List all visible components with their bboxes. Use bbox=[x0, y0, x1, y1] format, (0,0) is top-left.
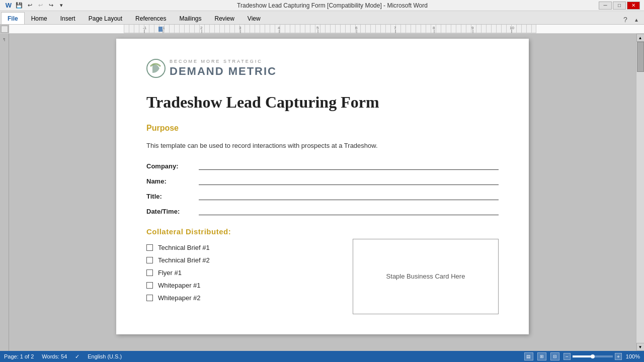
scroll-thumb[interactable] bbox=[637, 42, 644, 72]
collateral-list: Technical Brief #1 Technical Brief #2 Fl… bbox=[146, 244, 343, 314]
tab-page-layout[interactable]: Page Layout bbox=[82, 12, 129, 24]
svg-text:9: 9 bbox=[471, 26, 474, 30]
business-card-box: Staple Business Card Here bbox=[353, 239, 499, 314]
zoom-out-button[interactable]: − bbox=[564, 353, 571, 360]
item-label: Flyer #1 bbox=[158, 269, 182, 277]
undo-button[interactable]: ↩ bbox=[25, 1, 34, 10]
company-label: Company: bbox=[146, 162, 197, 170]
checkbox-flyer-1[interactable] bbox=[146, 269, 153, 276]
tab-file[interactable]: File bbox=[1, 12, 25, 24]
logo-name: Demand Metric bbox=[170, 65, 277, 78]
save-button[interactable]: 💾 bbox=[15, 1, 24, 10]
checkbox-whitepaper-1[interactable] bbox=[146, 282, 153, 289]
logo-icon bbox=[146, 59, 166, 78]
minimize-button[interactable]: ─ bbox=[599, 2, 612, 10]
page-info: Page: 1 of 2 bbox=[4, 353, 34, 359]
item-label: Technical Brief #1 bbox=[158, 244, 210, 251]
quick-access-toolbar: W 💾 ↩ ↩ ↪ ▾ bbox=[4, 1, 66, 10]
company-row: Company: bbox=[146, 161, 499, 170]
status-bar-right: ▤ ⊞ ⊟ − + 100% bbox=[524, 352, 640, 360]
list-item: Whitepaper #2 bbox=[146, 294, 343, 302]
logo-container: Become More Strategic Demand Metric bbox=[146, 59, 499, 78]
purpose-text: This template can be used to record inte… bbox=[146, 141, 499, 151]
list-item: Whitepaper #1 bbox=[146, 282, 343, 289]
scroll-up-button[interactable]: ▲ bbox=[636, 34, 645, 42]
title-bar-left: W 💾 ↩ ↩ ↪ ▾ bbox=[4, 1, 66, 10]
scroll-track[interactable] bbox=[636, 42, 645, 343]
help-icon[interactable]: ? bbox=[621, 15, 630, 24]
zoom-slider[interactable] bbox=[573, 355, 613, 357]
svg-text:-1: -1 bbox=[143, 26, 147, 30]
paragraph-mark[interactable]: ¶ bbox=[1, 36, 8, 43]
language: English (U.S.) bbox=[88, 353, 122, 359]
tab-view[interactable]: View bbox=[241, 12, 267, 24]
word-icon: W bbox=[4, 1, 13, 10]
ribbon-minimize-icon[interactable]: ▲ bbox=[632, 15, 641, 24]
business-card-label: Staple Business Card Here bbox=[386, 273, 465, 280]
list-item: Flyer #1 bbox=[146, 269, 343, 277]
window-title: Tradeshow Lead Capturing Form [Compatibi… bbox=[66, 2, 599, 9]
svg-text:2: 2 bbox=[200, 26, 203, 30]
title-bar: W 💾 ↩ ↩ ↪ ▾ Tradeshow Lead Capturing For… bbox=[0, 0, 644, 11]
company-field[interactable] bbox=[199, 161, 499, 170]
tab-insert[interactable]: Insert bbox=[54, 12, 82, 24]
title-row: Title: bbox=[146, 191, 499, 200]
svg-text:1: 1 bbox=[163, 26, 165, 30]
item-label: Technical Brief #2 bbox=[158, 256, 210, 264]
undo-gray-button: ↩ bbox=[36, 1, 45, 10]
title-field[interactable] bbox=[199, 191, 499, 200]
quick-access-dropdown[interactable]: ▾ bbox=[57, 1, 66, 10]
close-button[interactable]: ✕ bbox=[627, 2, 640, 10]
svg-rect-23 bbox=[158, 27, 163, 32]
title-label: Title: bbox=[146, 193, 197, 200]
checkbox-whitepaper-2[interactable] bbox=[146, 295, 153, 301]
redo-button[interactable]: ↪ bbox=[46, 1, 55, 10]
left-sidebar: ¶ bbox=[0, 34, 9, 351]
form-fields: Company: Name: Title: Date/Time: bbox=[146, 161, 499, 215]
page: Become More Strategic Demand Metric Trad… bbox=[116, 39, 529, 334]
logo-area: Become More Strategic Demand Metric bbox=[146, 59, 499, 78]
scroll-down-button[interactable]: ▼ bbox=[636, 343, 645, 351]
tab-mailings[interactable]: Mailings bbox=[173, 12, 208, 24]
svg-text:8: 8 bbox=[433, 26, 435, 30]
status-bar: Page: 1 of 2 Words: 54 ✓ English (U.S.) … bbox=[0, 351, 644, 362]
list-item: Technical Brief #1 bbox=[146, 244, 343, 251]
tab-review[interactable]: Review bbox=[208, 12, 240, 24]
scrollbar: ▲ ▼ bbox=[636, 34, 644, 351]
svg-text:5: 5 bbox=[316, 26, 319, 30]
datetime-field[interactable] bbox=[199, 206, 499, 215]
purpose-heading: Purpose bbox=[146, 124, 499, 133]
name-label: Name: bbox=[146, 177, 197, 185]
zoom-control: − + 100% bbox=[564, 353, 640, 360]
main-area: ¶ Become More Strategic Demand Metric bbox=[0, 34, 644, 351]
collateral-area: Technical Brief #1 Technical Brief #2 Fl… bbox=[146, 244, 499, 314]
item-label: Whitepaper #1 bbox=[158, 282, 201, 289]
web-layout-button[interactable]: ⊟ bbox=[550, 352, 559, 360]
checkbox-technical-brief-1[interactable] bbox=[146, 244, 153, 251]
document-title: Tradeshow Lead Capturing Form bbox=[146, 93, 499, 112]
ruler: -1 1 2 3 4 5 6 7 8 9 10 bbox=[0, 25, 644, 34]
tab-home[interactable]: Home bbox=[25, 12, 54, 24]
full-screen-button[interactable]: ⊞ bbox=[537, 352, 546, 360]
window-controls: ─ □ ✕ bbox=[599, 2, 640, 10]
svg-text:3: 3 bbox=[239, 26, 242, 30]
ribbon-tabs: File Home Insert Page Layout References … bbox=[0, 11, 644, 24]
word-count: Words: 54 bbox=[42, 353, 67, 359]
datetime-row: Date/Time: bbox=[146, 206, 499, 215]
document-area[interactable]: Become More Strategic Demand Metric Trad… bbox=[9, 34, 636, 351]
name-row: Name: bbox=[146, 176, 499, 185]
name-field[interactable] bbox=[199, 176, 499, 185]
logo-tagline: Become More Strategic bbox=[170, 59, 277, 64]
zoom-in-button[interactable]: + bbox=[615, 353, 622, 360]
list-item: Technical Brief #2 bbox=[146, 256, 343, 264]
spelling-icon: ✓ bbox=[75, 353, 79, 360]
svg-text:4: 4 bbox=[278, 26, 280, 30]
print-layout-button[interactable]: ▤ bbox=[524, 352, 533, 360]
ribbon: File Home Insert Page Layout References … bbox=[0, 11, 644, 25]
maximize-button[interactable]: □ bbox=[613, 2, 626, 10]
svg-text:6: 6 bbox=[355, 26, 358, 30]
collateral-heading: Collateral Distributed: bbox=[146, 227, 499, 236]
checkbox-technical-brief-2[interactable] bbox=[146, 257, 153, 263]
tab-references[interactable]: References bbox=[129, 12, 173, 24]
ruler-corner[interactable] bbox=[1, 26, 8, 33]
